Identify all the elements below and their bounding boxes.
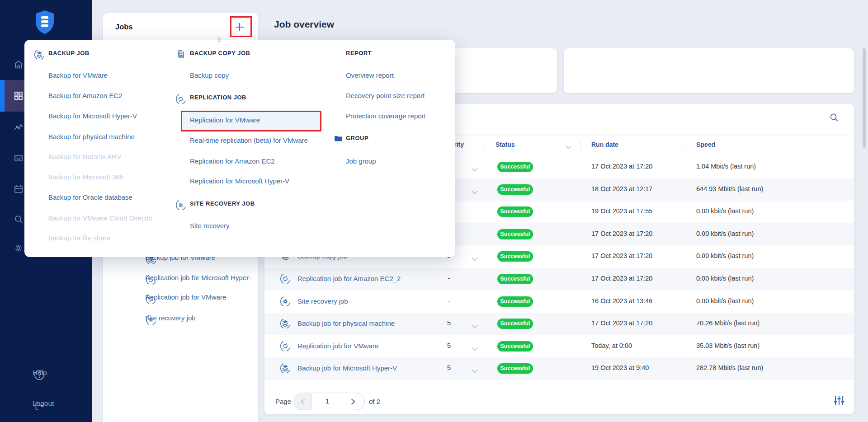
row-expand-chevron[interactable] [472,255,478,263]
row-expand-chevron[interactable] [472,367,478,375]
job-priority: 5 [440,364,458,371]
search-icon [829,117,840,124]
previous-page-button[interactable] [294,393,312,410]
backup-job-icon [33,49,45,62]
jobs-panel-title: Jobs [115,23,133,31]
job-name-link[interactable]: Site recovery job [297,297,348,305]
menu-section-header: GROUP [346,135,368,144]
jobs-tree-item-label: Replication job for Microsoft Hyper- [145,274,251,281]
jobs-tree-item-label: Replication job for VMware [145,293,226,301]
column-divider [685,140,685,150]
next-page-button[interactable] [345,393,361,410]
menu-item-backup-vmware[interactable]: Backup for VMware [48,71,108,80]
menu-section-header: REPORT [346,50,372,59]
column-header-speed[interactable]: Speed [696,141,715,148]
annotation-box-add-button [230,16,252,37]
site-recovery-job-icon [279,295,291,309]
menu-item-job-group[interactable]: Job group [346,157,376,166]
menu-item-backup-vcd: Backup for VMware Cloud Director [48,214,153,223]
menu-item-backup-m365: Backup for Microsoft 365 [48,173,123,182]
backup-copy-job-icon [175,49,187,62]
run-date: Today, at 0:00 [591,342,632,349]
row-expand-chevron[interactable] [472,165,478,173]
help-label: Help [33,369,47,377]
run-speed: 0.00 kbit/s (last run) [696,207,754,215]
job-name-link[interactable]: Backup job for physical machine [297,319,395,327]
window-scrollbar-thumb[interactable] [863,48,866,148]
run-date: 18 Oct 2023 at 12:17 [591,185,652,192]
run-speed: 0.00 kbit/s (last run) [696,252,754,259]
menu-section-header: SITE RECOVERY JOB [190,200,255,209]
column-header-status[interactable]: Status [495,141,515,148]
new-job-dropdown-menu: BACKUP JOB Backup for VMware Backup for … [24,40,455,257]
run-date: 17 Oct 2023 at 17:20 [591,319,652,327]
menu-item-backup-oracle[interactable]: Backup for Oracle database [48,193,132,202]
menu-section-header: REPLICATION JOB [190,94,246,103]
page-number-input[interactable]: 1 [311,397,343,405]
app-logo-shield-icon [34,10,55,36]
run-speed: 0.00 kbit/s (last run) [696,230,754,237]
menu-item-overview-report[interactable]: Overview report [346,71,394,80]
replication-job-icon [279,340,291,354]
jobs-tree-item-label: Site recovery job [145,314,196,322]
menu-item-backup-copy[interactable]: Backup copy [190,71,229,80]
menu-item-backup-amazon-ec2[interactable]: Backup for Amazon EC2 [48,92,122,101]
job-name-link[interactable]: Backup job for Microsoft Hyper-V [297,364,397,372]
status-badge: Successful [497,251,533,262]
sidebar-item-help[interactable]: Help [0,363,92,381]
table-search-button[interactable] [829,112,843,127]
overview-stats-card: 0 Issues 12 Jobs 0 Running ... More [564,48,854,93]
row-expand-chevron[interactable] [472,322,478,330]
run-speed: 0.00 kbit/s (last run) [696,297,754,305]
menu-item-replication-amazon-ec2[interactable]: Replication for Amazon EC2 [190,157,275,166]
run-date: 16 Oct 2023 at 13:46 [591,297,652,305]
status-badge: Successful [497,184,533,195]
status-badge: Successful [497,363,533,374]
application-window: Help Logout Jobs Backup job for VMware R… [0,0,868,422]
menu-item-recovery-point-size-report[interactable]: Recovery point size report [346,92,425,101]
replication-job-icon [279,273,291,286]
table-row[interactable]: Backup job for physical machine 5 Succes… [264,313,854,335]
table-row[interactable]: Backup job for Microsoft Hyper-V 5 Succe… [264,357,854,380]
menu-item-realtime-replication-vmware[interactable]: Real-time replication (beta) for VMware [190,136,308,145]
sidebar-item-logout[interactable]: Logout [0,394,92,412]
page-label: Page [275,398,291,405]
run-date: 17 Oct 2023 at 17:20 [591,230,652,237]
annotation-box-replication-vmware [181,111,321,131]
pagination-control: 1 [294,393,365,410]
menu-item-protection-coverage-report[interactable]: Protection coverage report [346,112,426,121]
job-name-link[interactable]: Replication job for Amazon EC2_2 [297,275,401,282]
run-date: 17 Oct 2023 at 17:20 [591,163,652,170]
table-row[interactable]: Site recovery job - Successful 16 Oct 20… [264,291,854,313]
column-header-run-date[interactable]: Run date [591,141,618,148]
run-date: 19 Oct 2023 at 17:55 [591,207,652,215]
status-badge: Successful [497,296,533,307]
run-date: 17 Oct 2023 at 17:20 [591,252,652,259]
run-date: 19 Oct 2023 at 9:40 [591,364,649,371]
menu-item-replication-hyper-v[interactable]: Replication for Microsoft Hyper-V [190,177,289,186]
run-speed: 282.78 Mbit/s (last run) [696,364,763,371]
menu-item-backup-hyper-v[interactable]: Backup for Microsoft Hyper-V [48,112,137,121]
menu-item-backup-physical[interactable]: Backup for physical machine [48,133,135,142]
menu-item-site-recovery[interactable]: Site recovery [190,222,230,231]
job-priority: - [440,275,458,282]
row-expand-chevron[interactable] [472,188,478,196]
status-sort-chevron-icon[interactable] [566,143,571,151]
run-speed: 70.26 Mbit/s (last run) [696,319,760,327]
page-title: Job overview [274,19,334,30]
table-settings-sliders-icon[interactable] [833,394,846,408]
menu-section-header: BACKUP JOB [48,50,90,59]
run-speed: 644.93 Mbit/s (last run) [696,185,763,192]
site-recovery-job-icon [175,199,187,213]
folder-icon [334,134,344,145]
job-name-link[interactable]: Replication job for VMware [297,342,378,350]
logout-label: Logout [33,399,54,408]
peek-text: 5 [217,36,221,43]
table-row[interactable]: Replication job for VMware 5 Successful … [264,335,854,358]
status-badge: Successful [497,206,533,217]
status-badge: Successful [497,274,533,284]
row-expand-chevron[interactable] [472,345,478,353]
page-total-label: of 2 [369,398,380,405]
table-row[interactable]: Replication job for Amazon EC2_2 - Succe… [264,268,854,291]
job-priority: - [440,297,458,305]
